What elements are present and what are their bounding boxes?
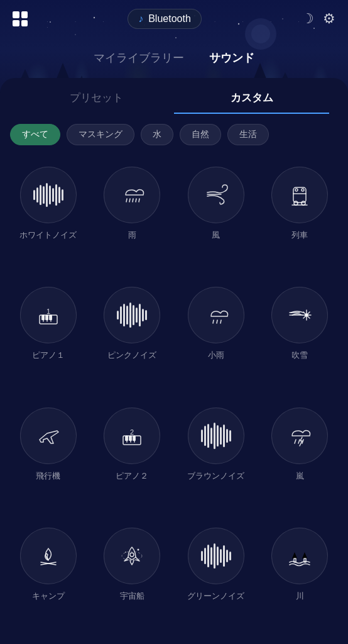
svg-marker-75	[302, 552, 307, 558]
grid-icon[interactable]	[13, 11, 28, 26]
sound-rain[interactable]: 雨	[90, 157, 175, 277]
svg-point-34	[302, 189, 304, 191]
svg-line-28	[136, 199, 136, 202]
tab-nav: マイライブラリー サウンド	[0, 38, 348, 78]
svg-marker-73	[292, 552, 297, 558]
tab-library[interactable]: マイライブラリー	[94, 50, 184, 68]
bluetooth-label: Bluetooth	[148, 13, 191, 25]
sound-drizzle[interactable]: 小雨	[174, 277, 258, 397]
sound-label-wind: 風	[212, 230, 220, 241]
svg-line-25	[126, 199, 127, 202]
sound-label-brown-noise: ブラウンノイズ	[187, 470, 244, 482]
svg-point-72	[125, 552, 126, 553]
svg-text:1: 1	[46, 308, 50, 315]
chip-all[interactable]: すべて	[10, 124, 60, 145]
svg-line-46	[213, 320, 214, 323]
svg-rect-60	[125, 436, 128, 441]
main-panel: プリセット カスタム すべて マスキング 水 自然 生活	[0, 78, 348, 644]
svg-line-48	[220, 320, 221, 323]
sound-pink-noise[interactable]: ピンクノイズ	[90, 277, 175, 397]
sound-label-piano1: ピアノ１	[32, 350, 65, 361]
sound-label-train: 列車	[291, 230, 308, 241]
sound-label-airplane: 飛行機	[36, 470, 60, 482]
svg-point-71	[138, 548, 139, 550]
tab-sound[interactable]: サウンド	[209, 50, 254, 68]
chip-masking[interactable]: マスキング	[67, 124, 134, 145]
sound-camp[interactable]: キャンプ	[6, 518, 90, 638]
svg-line-27	[133, 199, 133, 202]
sound-wind[interactable]: 風	[174, 157, 258, 277]
sound-space[interactable]: 宇宙船	[90, 518, 175, 638]
sound-river[interactable]: 川	[258, 518, 342, 638]
svg-line-29	[139, 199, 139, 202]
gear-icon[interactable]: ⚙	[323, 11, 335, 27]
svg-line-64	[295, 440, 296, 443]
sound-airplane[interactable]: 飛行機	[6, 397, 90, 518]
music-note-icon: ♪	[138, 13, 143, 25]
sub-tab-preset[interactable]: プリセット	[19, 91, 174, 114]
sound-label-white-noise: ホワイトノイズ	[19, 230, 77, 241]
sound-label-rain: 雨	[128, 230, 136, 241]
svg-rect-44	[49, 315, 52, 320]
filter-chips: すべて マスキング 水 自然 生活	[0, 114, 348, 150]
sub-tabs: プリセット カスタム	[0, 78, 348, 114]
svg-rect-62	[133, 436, 136, 441]
sound-blizzard[interactable]: 吹雪	[258, 277, 342, 397]
sound-train[interactable]: 列車	[258, 157, 342, 277]
sound-piano2[interactable]: 2 ピアノ２	[90, 397, 175, 518]
sub-tab-custom[interactable]: カスタム	[174, 91, 329, 114]
sound-label-pink-noise: ピンクノイズ	[107, 350, 156, 361]
svg-point-36	[302, 201, 305, 205]
sound-label-piano2: ピアノ２	[116, 470, 148, 482]
sound-green-noise[interactable]: グリーンノイズ	[174, 518, 258, 638]
chip-life[interactable]: 生活	[227, 124, 269, 145]
sound-white-noise[interactable]: ホワイトノイズ	[6, 157, 90, 277]
bluetooth-pill[interactable]: ♪ Bluetooth	[128, 9, 202, 29]
svg-point-69	[130, 553, 134, 557]
sound-label-camp: キャンプ	[32, 591, 65, 602]
topbar: ♪ Bluetooth ☽ ⚙	[0, 0, 348, 38]
svg-point-35	[294, 201, 298, 205]
moon-icon[interactable]: ☽	[302, 11, 314, 27]
svg-rect-61	[129, 436, 132, 441]
sound-grid: ホワイトノイズ 雨	[0, 150, 348, 644]
svg-line-26	[129, 199, 130, 202]
svg-line-65	[298, 440, 300, 443]
sound-label-storm: 嵐	[296, 470, 304, 482]
svg-line-47	[217, 320, 217, 323]
svg-point-33	[295, 189, 298, 191]
sound-label-drizzle: 小雨	[208, 350, 224, 361]
chip-nature[interactable]: 自然	[180, 124, 221, 145]
chip-water[interactable]: 水	[141, 124, 173, 145]
sound-brown-noise[interactable]: ブラウンノイズ	[174, 397, 258, 518]
sound-label-space: 宇宙船	[120, 591, 144, 602]
svg-text:2: 2	[130, 428, 134, 436]
svg-rect-43	[45, 315, 48, 320]
sound-storm[interactable]: 嵐	[258, 397, 342, 518]
svg-rect-42	[41, 315, 45, 320]
sound-label-blizzard: 吹雪	[291, 350, 308, 361]
sound-label-green-noise: グリーンノイズ	[187, 591, 244, 602]
sound-piano1[interactable]: 1 ピアノ１	[6, 277, 90, 397]
sound-label-river: 川	[296, 591, 304, 602]
